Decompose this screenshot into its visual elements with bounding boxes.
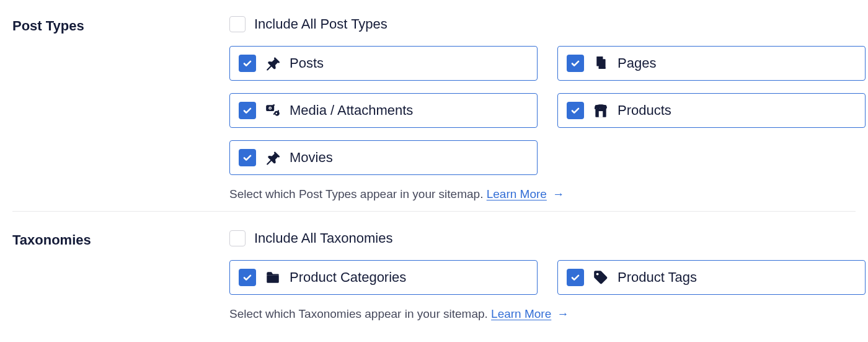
option-label-posts: Posts <box>290 55 324 71</box>
option-card-pages[interactable]: Pages <box>557 46 866 81</box>
option-label-pages: Pages <box>618 55 656 71</box>
option-card-posts[interactable]: Posts <box>229 46 538 81</box>
post-types-helper: Select which Post Types appear in your s… <box>229 187 866 201</box>
option-card-product-tags[interactable]: Product Tags <box>557 260 866 295</box>
thumbtack-icon <box>265 55 281 71</box>
arrow-right-icon: → <box>549 187 564 200</box>
post-types-helper-text: Select which Post Types appear in your s… <box>229 187 483 200</box>
taxonomies-content: Include All Taxonomies Product Categorie… <box>229 230 866 321</box>
post-types-learn-more-link[interactable]: Learn More <box>487 187 547 200</box>
checkbox-products[interactable] <box>567 102 584 119</box>
option-label-products: Products <box>618 102 671 119</box>
include-all-taxonomies-label: Include All Taxonomies <box>254 230 392 246</box>
thumbtack-icon <box>265 150 281 166</box>
taxonomies-helper-text: Select which Taxonomies appear in your s… <box>229 307 488 320</box>
arrow-right-icon: → <box>554 307 569 320</box>
media-icon <box>265 102 281 119</box>
option-label-product-categories: Product Categories <box>290 269 406 286</box>
taxonomies-helper: Select which Taxonomies appear in your s… <box>229 307 866 321</box>
checkbox-product-tags[interactable] <box>567 269 584 286</box>
taxonomies-section: Taxonomies Include All Taxonomies Produc… <box>12 211 856 325</box>
checkbox-pages[interactable] <box>567 55 584 72</box>
folder-icon <box>265 269 281 286</box>
option-card-media[interactable]: Media / Attachments <box>229 93 538 128</box>
option-card-products[interactable]: Products <box>557 93 866 128</box>
option-label-product-tags: Product Tags <box>618 269 697 286</box>
option-card-product-categories[interactable]: Product Categories <box>229 260 538 295</box>
checkbox-posts[interactable] <box>239 55 256 72</box>
checkbox-product-categories[interactable] <box>239 269 256 286</box>
include-all-taxonomies-checkbox[interactable] <box>229 230 246 246</box>
include-all-post-types-label: Include All Post Types <box>254 16 388 32</box>
include-all-taxonomies-row: Include All Taxonomies <box>229 230 866 246</box>
tag-icon <box>593 269 609 286</box>
post-types-options-grid: Posts Pages Media / Attachments Products <box>229 46 866 175</box>
include-all-post-types-row: Include All Post Types <box>229 16 866 32</box>
pages-icon <box>593 55 609 71</box>
checkbox-media[interactable] <box>239 102 256 119</box>
taxonomies-learn-more-link[interactable]: Learn More <box>491 307 551 320</box>
option-label-movies: Movies <box>290 150 333 166</box>
include-all-post-types-checkbox[interactable] <box>229 16 246 32</box>
taxonomies-options-grid: Product Categories Product Tags <box>229 260 866 295</box>
post-types-section: Post Types Include All Post Types Posts … <box>12 12 856 205</box>
checkbox-movies[interactable] <box>239 149 256 166</box>
option-label-media: Media / Attachments <box>290 102 413 119</box>
option-card-movies[interactable]: Movies <box>229 140 538 175</box>
shop-icon <box>593 102 609 119</box>
post-types-heading: Post Types <box>12 16 229 35</box>
taxonomies-heading: Taxonomies <box>12 230 229 249</box>
post-types-content: Include All Post Types Posts Pages Media… <box>229 16 866 201</box>
